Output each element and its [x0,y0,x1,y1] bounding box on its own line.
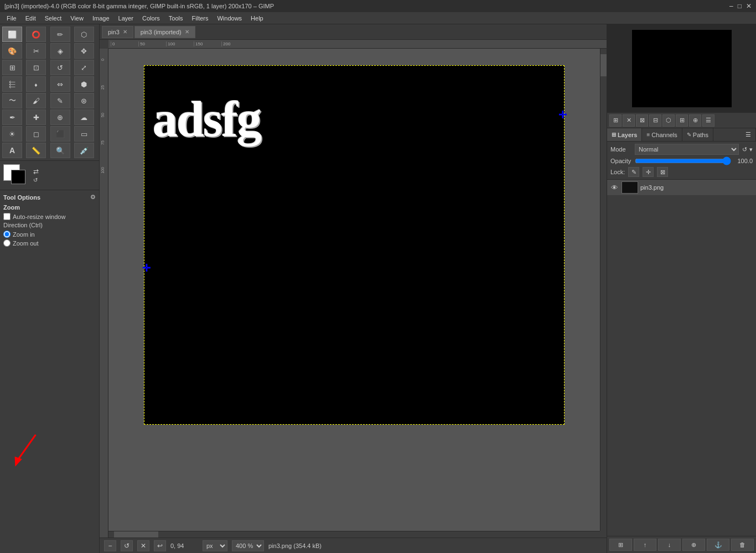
tool-paint[interactable]: 🖌 [26,93,46,108]
delete-layer-btn[interactable]: 🗑 [731,539,754,551]
tool-fuzzy-select[interactable]: ⬡ [74,27,94,42]
mode-more[interactable]: ▾ [749,146,753,153]
tab-pin3-imported-close[interactable]: ✕ [185,29,189,35]
zoom-in-btn[interactable]: ↩ [154,540,166,551]
layer-visibility-toggle[interactable]: 👁 [609,182,619,192]
tool-text[interactable]: A [2,143,22,158]
autoresize-checkbox[interactable] [3,213,11,220]
opacity-value: 100.0 [733,158,753,164]
rt-btn-6[interactable]: ⊞ [676,114,688,127]
zoom-fit-btn[interactable]: ✕ [137,540,149,551]
menu-view[interactable]: View [66,14,88,23]
reset-colors[interactable]: ↺ [33,177,39,183]
tool-erase[interactable]: ◻ [26,126,46,142]
layer-item[interactable]: 👁 pin3.png [607,180,756,196]
close-button[interactable]: ✕ [746,2,752,10]
background-color[interactable] [11,170,25,184]
canvas-viewport[interactable]: adsfg ✛ ✛ [108,49,600,531]
tool-fill[interactable]: ⬛ [50,126,70,142]
tool-smudge[interactable]: ☁ [74,109,94,125]
menu-select[interactable]: Select [40,14,66,23]
menu-colors[interactable]: Colors [138,14,164,23]
menu-file[interactable]: File [2,14,21,23]
lock-position[interactable]: ✛ [643,167,654,177]
mode-reset[interactable]: ↺ [742,146,747,153]
rt-btn-1[interactable]: ⊞ [609,114,622,127]
maximize-button[interactable]: □ [738,2,742,10]
lock-pixels[interactable]: ✎ [628,167,639,177]
ruler-mark-200: 200 [221,41,249,46]
rt-btn-5[interactable]: ⬡ [662,114,675,127]
tab-layers[interactable]: ⊞ Layers [607,128,642,141]
rt-btn-3[interactable]: ⊠ [636,114,648,127]
minimize-button[interactable]: – [729,2,733,10]
status-bar: − ↺ ✕ ↩ 0, 94 px in mm 400 % 100 % 200 %… [100,538,607,553]
vertical-scrollbar[interactable] [600,49,607,531]
tool-ink[interactable]: ✒ [2,109,22,125]
anchor-layer-btn[interactable]: ⚓ [707,539,729,551]
tool-options-config[interactable]: ⚙ [90,194,96,201]
menu-tools[interactable]: Tools [164,14,188,23]
tool-rotate[interactable]: ↺ [50,60,70,75]
tab-pin3[interactable]: pin3 ✕ [102,26,133,38]
rt-btn-4[interactable]: ⊟ [649,114,661,127]
tab-pin3-close[interactable]: ✕ [123,29,127,35]
opacity-slider[interactable] [635,157,731,165]
tab-pin3-imported[interactable]: pin3 (imported) ✕ [134,26,195,38]
menu-edit[interactable]: Edit [21,14,40,23]
new-layer-btn[interactable]: ⊞ [609,539,632,551]
rt-btn-2[interactable]: ✕ [623,114,635,127]
tool-airbrush[interactable]: ⊛ [74,93,94,108]
menu-layer[interactable]: Layer [114,14,138,23]
menu-filters[interactable]: Filters [188,14,213,23]
rt-btn-7[interactable]: ⊕ [689,114,701,127]
zoom-select[interactable]: 400 % 100 % 200 % 50 % [232,540,264,551]
title-bar: [pin3] (imported)-4.0 (RGB color 8-bit g… [0,0,756,12]
tool-scale[interactable]: ⤢ [74,60,94,75]
tool-gradient[interactable]: ▭ [74,126,94,142]
tool-cage[interactable]: ⬢ [74,76,94,92]
tool-warp[interactable]: 〜 [2,93,22,108]
tool-color-picker[interactable]: 💉 [74,143,94,158]
tool-foreground[interactable]: ◈ [50,43,70,59]
svg-text:75: 75 [101,140,105,145]
tool-ellipse-select[interactable]: ⭕ [26,27,46,42]
lower-layer-btn[interactable]: ↓ [658,539,681,551]
menu-windows[interactable]: Windows [213,14,246,23]
tool-clone[interactable]: ⊕ [50,109,70,125]
lock-alpha[interactable]: ⊠ [657,167,668,177]
swap-colors[interactable]: ⇄ [33,168,39,175]
tool-dodge[interactable]: ☀ [2,126,22,142]
unit-select[interactable]: px in mm [203,540,227,551]
menu-help[interactable]: Help [246,14,268,23]
tool-rectangle-select[interactable]: ⬜ [2,27,22,42]
zoom-out-radio[interactable] [3,239,11,247]
tab-paths[interactable]: ✎ Paths [682,128,713,141]
zoom-in-radio[interactable] [3,231,11,238]
tool-move[interactable]: ✥ [74,43,94,59]
tool-crop[interactable]: ⊡ [26,60,46,75]
rt-menu[interactable]: ☰ [702,114,714,127]
tab-channels[interactable]: ≡ Channels [642,128,682,141]
tool-by-color[interactable]: 🎨 [2,43,22,59]
tool-pencil[interactable]: ✎ [50,93,70,108]
zoom-out-btn[interactable]: − [104,540,116,551]
tool-zoom[interactable]: 🔍 [50,143,70,158]
tool-measure[interactable]: 📏 [26,143,46,158]
drawing-canvas[interactable]: adsfg ✛ ✛ [144,65,565,425]
zoom-reset-btn[interactable]: ↺ [121,540,133,551]
window-controls[interactable]: – □ ✕ [729,2,752,10]
duplicate-layer-btn[interactable]: ⊕ [682,539,705,551]
tool-free-select[interactable]: ✏ [50,27,70,42]
mode-select[interactable]: Normal Dissolve Multiply Screen [635,144,739,155]
tab-menu[interactable]: ☰ [741,128,756,141]
tool-heal[interactable]: ✚ [26,109,46,125]
horizontal-scrollbar[interactable] [108,531,600,538]
tool-scissors[interactable]: ✂ [26,43,46,59]
tool-flip[interactable]: ⇔ [50,76,70,92]
tool-shear[interactable]: ⬱ [2,76,22,92]
raise-layer-btn[interactable]: ↑ [634,539,656,551]
tool-align[interactable]: ⊞ [2,60,22,75]
menu-image[interactable]: Image [88,14,114,23]
tool-perspective[interactable]: ⬧ [26,76,46,92]
